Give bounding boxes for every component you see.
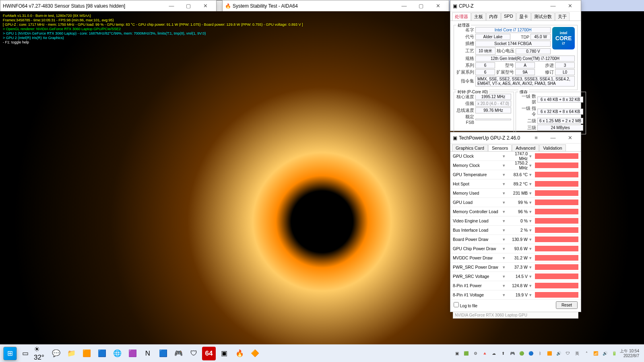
tray-icon[interactable]: ⚙: [472, 350, 479, 357]
tray-icon[interactable]: ☁: [490, 350, 497, 357]
furmark-icon[interactable]: 🔶: [248, 347, 262, 360]
reset-button[interactable]: Reset: [556, 301, 578, 309]
min-button[interactable]: —: [396, 1, 413, 11]
app-icon[interactable]: 🟧: [80, 347, 93, 360]
app-icon[interactable]: 🟦: [156, 347, 170, 360]
gpuz-sensor-row[interactable]: Hot Spot▾89.2 °C▾: [450, 179, 581, 189]
furmark-window: 🔶 Geeks3D FurMark v1.31.0.0 - 98FPS, GPU…: [0, 0, 231, 106]
gpuz-sensor-row[interactable]: MVDDC Power Draw▾31.2 W▾: [450, 253, 581, 263]
explorer-icon[interactable]: 📁: [64, 347, 78, 360]
app-icon[interactable]: 🟦: [95, 347, 109, 360]
cpuz-icon: ▣: [453, 3, 457, 9]
gpuz-sensor-row[interactable]: GPU Temperature▾83.6 °C▾: [450, 170, 581, 179]
gpuz-sensor-row[interactable]: Video Engine Load▾0 %▾: [450, 216, 581, 226]
min-button[interactable]: —: [545, 133, 561, 143]
cpuz-tab[interactable]: 处理器: [452, 12, 471, 21]
wifi-icon[interactable]: 📶: [592, 350, 599, 357]
aida-title: System Stability Test - AIDA64: [233, 3, 298, 9]
gpuz-titlebar[interactable]: ▣ TechPowerUp GPU-Z 2.46.0 ≡ — ✕: [450, 132, 581, 144]
tray-icon[interactable]: 🔺: [481, 350, 488, 357]
gpuz-tab[interactable]: Validation: [539, 144, 566, 151]
close-button[interactable]: ✕: [197, 1, 214, 11]
gpuz-sensor-row[interactable]: PWR_SRC Voltage▾14.5 V▾: [450, 272, 581, 281]
gpuz-sensor-row[interactable]: Memory Controller Load▾96 %▾: [450, 207, 581, 216]
start-button[interactable]: ⊞: [3, 347, 17, 360]
log-checkbox[interactable]: Log to file: [454, 302, 477, 308]
app-icon[interactable]: 🔥: [233, 347, 246, 360]
taskview-icon[interactable]: ▭: [19, 347, 32, 360]
gpuz-sensor-row[interactable]: PWR_SRC Power Draw▾37.3 W▾: [450, 263, 581, 272]
chrome-icon[interactable]: 🌐: [110, 347, 124, 360]
max-button[interactable]: ▢: [180, 1, 197, 11]
cpuz-tab[interactable]: 测试分数: [531, 12, 555, 21]
gpuz-window: ▣ TechPowerUp GPU-Z 2.46.0 ≡ — ✕ Graphic…: [450, 132, 581, 312]
gpuz-sensor-row[interactable]: 8-Pin #1 Power▾124.8 W▾: [450, 281, 581, 290]
chat-icon[interactable]: 💬: [49, 347, 63, 360]
max-button[interactable]: ▢: [413, 1, 429, 11]
tray-icon[interactable]: ⬆: [500, 350, 507, 357]
tray-icon[interactable]: 🟢: [518, 350, 525, 357]
menu-button[interactable]: ≡: [528, 133, 545, 143]
cpuz-window: ▣ CPU-Z — ✕ 处理器主板内存SPD显卡测试分数关于 处理器 名字Int…: [450, 0, 581, 131]
battery-icon[interactable]: 🔋: [611, 350, 618, 357]
cpuz-titlebar[interactable]: ▣ CPU-Z — ✕: [450, 0, 581, 12]
taskbar: ⊞ 🔍 ▭ ☀32° 💬 📁 🟧 🟦 🌐 🟪 N 🟦 🎮 🛡 64 ▣ 🔥 🔶 …: [0, 344, 644, 362]
xbox-icon[interactable]: 🎮: [171, 347, 185, 360]
gpuz-sensor-row[interactable]: Memory Used▾231 MB▾: [450, 189, 581, 198]
gpuz-tab[interactable]: Sensors: [488, 144, 512, 151]
gpuz-tab[interactable]: Advanced: [512, 144, 539, 151]
cpuz-tabs: 处理器主板内存SPD显卡测试分数关于: [450, 12, 581, 21]
close-button[interactable]: ✕: [561, 133, 578, 143]
aida-titlebar[interactable]: 🔥 System Stability Test - AIDA64 — ▢ ✕: [223, 0, 449, 12]
tray-icon[interactable]: ▣: [453, 350, 460, 357]
tray-icon[interactable]: 🔊: [555, 350, 562, 357]
gpuz-sensor-row[interactable]: Bus Interface Load▾2 %▾: [450, 226, 581, 235]
gpuz-sensor-row[interactable]: 8-Pin #1 Voltage▾19.9 V▾: [450, 290, 581, 300]
gpuz-tabs: Graphics CardSensorsAdvancedValidation: [450, 144, 581, 152]
gpuz-sensor-row[interactable]: GPU Chip Power Draw▾93.6 W▾: [450, 244, 581, 253]
gpu-select[interactable]: NVIDIA GeForce RTX 3060 Laptop GPU: [453, 312, 578, 319]
flame-icon: 🔥: [225, 3, 231, 9]
cpuz-tab[interactable]: 主板: [471, 12, 486, 21]
gpuz-icon: ▣: [453, 135, 457, 141]
app-icon[interactable]: ▣: [217, 347, 231, 360]
cpuz-tab[interactable]: 显卡: [516, 12, 531, 21]
app-icon[interactable]: 🛡: [187, 347, 200, 360]
tray-icon[interactable]: 🛡: [564, 350, 572, 357]
gpuz-sensor-row[interactable]: GPU Load▾99 %▾: [450, 198, 581, 207]
netflix-icon[interactable]: N: [141, 347, 155, 360]
cpu-name: Intel Core i7 12700H: [475, 27, 551, 33]
cpuz-tab[interactable]: 关于: [555, 12, 570, 21]
hwinfo-title: HWiNFO64 v7.27-4830 Sensor Status [98 va…: [3, 3, 125, 9]
chevron-up-icon[interactable]: ˄: [583, 350, 590, 357]
bluetooth-icon[interactable]: ᛒ: [537, 350, 544, 357]
intel-core-logo: intelCOREi7: [552, 27, 575, 49]
lang-indicator[interactable]: 英: [574, 350, 581, 357]
cpuz-tab[interactable]: 内存: [486, 12, 501, 21]
furmark-overlay: FurMark v1.31.0.0 - Burn-in test, 1280x7…: [0, 12, 305, 46]
cpuz-tab[interactable]: SPD: [501, 12, 516, 21]
min-button[interactable]: —: [545, 1, 561, 11]
tray-icon[interactable]: 🎮: [509, 350, 516, 357]
tray-icon[interactable]: 🔵: [527, 350, 535, 357]
close-button[interactable]: ✕: [561, 1, 578, 11]
weather-icon[interactable]: ☀32°: [34, 347, 47, 360]
app-icon[interactable]: 🟪: [126, 347, 139, 360]
hwinfo-titlebar[interactable]: HWiNFO64 v7.27-4830 Sensor Status [98 va…: [0, 0, 216, 12]
aida-icon[interactable]: 64: [202, 347, 216, 360]
gpuz-sensors: GPU Clock▾1747.0 MHz▾Memory Clock▾1750.2…: [450, 152, 581, 300]
close-button[interactable]: ✕: [429, 1, 446, 11]
gpuz-tab[interactable]: Graphics Card: [452, 144, 488, 151]
gpuz-sensor-row[interactable]: Board Power Draw▾130.9 W▾: [450, 235, 581, 244]
taskbar-clock[interactable]: 上午 10:542022/8/7: [620, 349, 641, 358]
tray-icon[interactable]: 🟩: [462, 350, 470, 357]
gpuz-sensor-row[interactable]: Memory Clock▾1750.2 MHz▾: [450, 161, 581, 170]
system-tray: ▣ 🟩 ⚙ 🔺 ☁ ⬆ 🎮 🟢 🔵 ᛒ 🟧 🔊 🛡 英 ˄ 📶 🔊 🔋 上午 1…: [453, 349, 641, 358]
tray-icon[interactable]: 🟧: [546, 350, 553, 357]
volume-icon[interactable]: 🔊: [601, 350, 609, 357]
min-button[interactable]: —: [163, 1, 180, 11]
gpuz-sensor-row[interactable]: GPU Clock▾1747.0 MHz▾: [450, 152, 581, 161]
